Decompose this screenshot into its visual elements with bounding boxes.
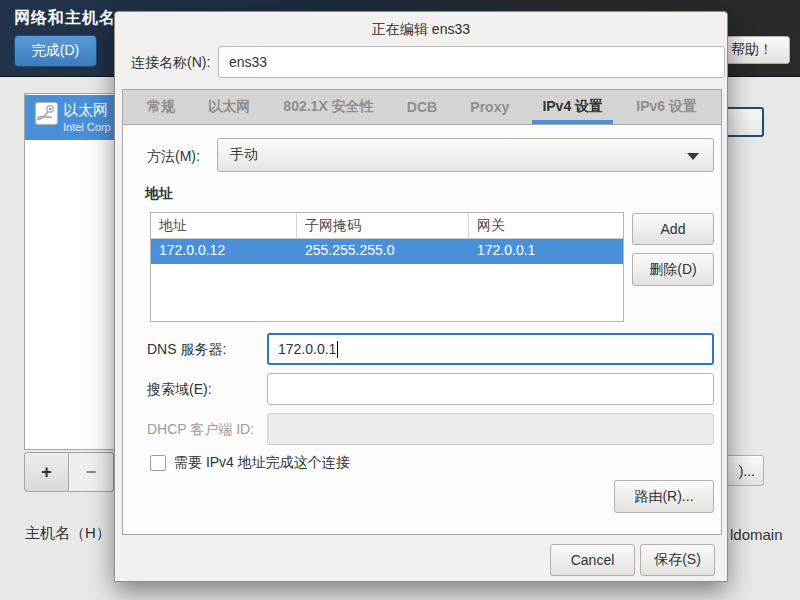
method-dropdown[interactable]: 手动 bbox=[217, 138, 714, 172]
tab-dcb[interactable]: DCB bbox=[397, 90, 447, 124]
device-list-item-ethernet[interactable]: 以太网 Intel Corp bbox=[25, 95, 117, 140]
column-header-address[interactable]: 地址 bbox=[151, 213, 297, 238]
settings-notebook: 常规 以太网 802.1X 安全性 DCB Proxy IPv4 设置 IPv6… bbox=[122, 89, 722, 535]
address-table: 地址 子网掩码 网关 172.0.0.12 255.255.255.0 172.… bbox=[150, 212, 624, 322]
add-address-button[interactable]: Add bbox=[632, 213, 714, 245]
tab-general[interactable]: 常规 bbox=[137, 90, 185, 124]
device-label: 以太网 bbox=[63, 101, 108, 120]
cell-address[interactable]: 172.0.0.12 bbox=[151, 239, 297, 264]
save-button[interactable]: 保存(S) bbox=[640, 544, 715, 576]
dialog-title: 正在编辑 ens33 bbox=[115, 21, 727, 39]
dns-input[interactable]: 172.0.0.1 bbox=[267, 333, 714, 365]
method-selected-value: 手动 bbox=[230, 146, 258, 164]
dns-label: DNS 服务器: bbox=[147, 341, 226, 359]
dhcp-client-id-input bbox=[267, 413, 714, 445]
cancel-button[interactable]: Cancel bbox=[550, 544, 635, 576]
dns-value: 172.0.0.1 bbox=[278, 341, 336, 357]
background-focused-control[interactable] bbox=[722, 107, 764, 137]
search-domains-label: 搜索域(E): bbox=[147, 381, 212, 399]
require-ipv4-checkbox-row[interactable]: 需要 IPv4 地址完成这个连接 bbox=[150, 454, 350, 472]
tab-8021x-security[interactable]: 802.1X 安全性 bbox=[273, 90, 383, 124]
addresses-section-label: 地址 bbox=[145, 185, 173, 203]
column-header-netmask[interactable]: 子网掩码 bbox=[297, 213, 469, 238]
require-ipv4-checkbox-label: 需要 IPv4 地址完成这个连接 bbox=[174, 454, 350, 472]
tab-proxy[interactable]: Proxy bbox=[460, 90, 519, 124]
dhcp-client-id-label: DHCP 客户端 ID: bbox=[147, 421, 254, 439]
ethernet-cable-icon bbox=[35, 102, 58, 125]
remove-device-button[interactable]: − bbox=[69, 452, 114, 492]
connection-name-label: 连接名称(N): bbox=[131, 54, 210, 72]
checkbox-unchecked-icon[interactable] bbox=[150, 455, 166, 471]
page-title: 网络和主机名 bbox=[14, 8, 116, 29]
tab-strip: 常规 以太网 802.1X 安全性 DCB Proxy IPv4 设置 IPv6… bbox=[123, 90, 721, 125]
routes-button[interactable]: 路由(R)... bbox=[614, 480, 714, 513]
device-list: 以太网 Intel Corp bbox=[24, 93, 118, 450]
hostname-label: 主机名（H）： bbox=[25, 524, 126, 543]
column-header-gateway[interactable]: 网关 bbox=[469, 213, 623, 238]
method-label: 方法(M): bbox=[147, 148, 200, 166]
tab-ethernet[interactable]: 以太网 bbox=[198, 90, 260, 124]
delete-address-button[interactable]: 删除(D) bbox=[632, 253, 714, 286]
text-caret bbox=[337, 341, 338, 358]
search-domains-input[interactable] bbox=[267, 373, 714, 405]
device-list-toolbar: + − bbox=[24, 452, 114, 492]
hostname-value-fragment: ldomain bbox=[730, 526, 783, 543]
tab-ipv6-settings[interactable]: IPv6 设置 bbox=[626, 90, 707, 124]
add-device-button[interactable]: + bbox=[24, 452, 69, 492]
connection-name-input[interactable] bbox=[218, 46, 725, 78]
address-table-row[interactable]: 172.0.0.12 255.255.255.0 172.0.0.1 bbox=[151, 239, 623, 264]
chevron-down-icon bbox=[687, 153, 699, 160]
done-button[interactable]: 完成(D) bbox=[14, 35, 97, 67]
ipv4-settings-page: 方法(M): 手动 地址 地址 子网掩码 网关 172.0.0.12 255.2… bbox=[123, 125, 721, 534]
tab-ipv4-settings[interactable]: IPv4 设置 bbox=[532, 90, 613, 124]
address-table-header: 地址 子网掩码 网关 bbox=[151, 213, 623, 239]
edit-connection-dialog: 正在编辑 ens33 连接名称(N): 常规 以太网 802.1X 安全性 DC… bbox=[114, 11, 728, 582]
device-sublabel: Intel Corp bbox=[63, 121, 111, 133]
cell-gateway[interactable]: 172.0.0.1 bbox=[469, 239, 623, 264]
cell-netmask[interactable]: 255.255.255.0 bbox=[297, 239, 469, 264]
